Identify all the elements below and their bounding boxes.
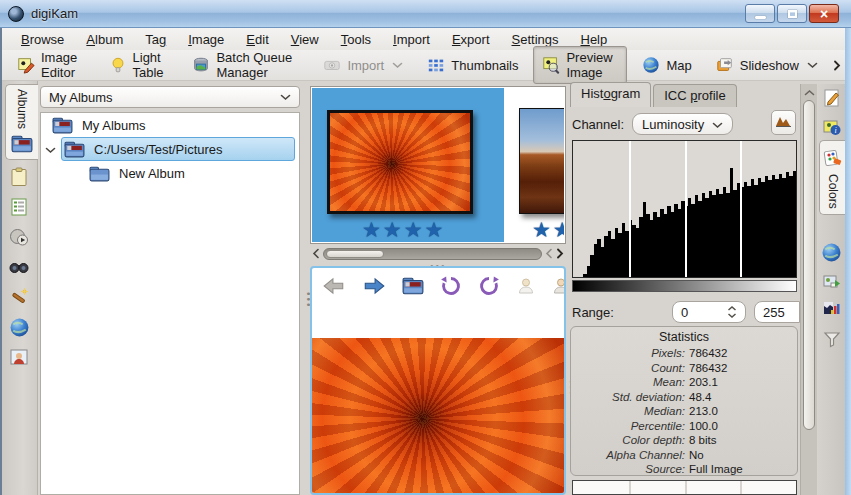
toolbar-button-label: Batch Queue Manager bbox=[216, 50, 299, 80]
minimize-button[interactable] bbox=[745, 4, 775, 23]
back-icon[interactable] bbox=[322, 276, 346, 296]
rating-stars[interactable]: ★★ bbox=[532, 219, 564, 240]
sidebar-tab-labels[interactable] bbox=[7, 195, 31, 219]
albums-tree: My AlbumsC:/Users/Test/PicturesNew Album bbox=[40, 112, 300, 495]
thumbnail-item-flower[interactable]: ★★★★ bbox=[312, 88, 504, 242]
toolbar-light-table-button[interactable]: Light Table bbox=[100, 46, 178, 84]
tree-item-my-albums[interactable]: My Albums bbox=[41, 113, 299, 137]
toolbar-button-label: Slideshow bbox=[740, 58, 799, 73]
thumbnail-strip: ★★★★ ★★ bbox=[310, 86, 566, 244]
albums-header-dropdown[interactable]: My Albums bbox=[40, 86, 300, 108]
folder-icon bbox=[87, 161, 111, 185]
toolbar-preview-image-button[interactable]: Preview Image bbox=[533, 46, 627, 84]
statistics-title: Statistics bbox=[571, 330, 797, 344]
toolbar-batch-queue-manager-button[interactable]: Batch Queue Manager bbox=[183, 46, 308, 84]
sidebar-tab-versions[interactable] bbox=[820, 269, 844, 293]
toolbar-button-label: Light Table bbox=[133, 50, 169, 80]
toolbar-image-editor-button[interactable]: Image Editor bbox=[8, 46, 94, 84]
scroll-left-icon[interactable] bbox=[312, 247, 320, 262]
range-min-spinbox[interactable]: 0 bbox=[672, 301, 746, 323]
scrollbar-thumb[interactable] bbox=[326, 250, 384, 258]
tree-item-new-album[interactable]: New Album bbox=[41, 161, 299, 185]
toolbar-thumbnails-button[interactable]: Thumbnails bbox=[418, 52, 527, 78]
light-table-icon bbox=[109, 56, 127, 74]
statistics-box: Statistics Pixels:786432Count:786432Mean… bbox=[570, 326, 798, 476]
tree-item-c-users-test-pictures[interactable]: C:/Users/Test/Pictures bbox=[41, 137, 299, 161]
face-tag-icon[interactable] bbox=[516, 276, 536, 296]
colors-tab-label: Colors bbox=[826, 174, 840, 209]
spinner-arrows-icon[interactable] bbox=[727, 305, 737, 319]
expander-chevron-icon[interactable] bbox=[45, 142, 56, 157]
tab-icc-profile[interactable]: ICC profile bbox=[653, 84, 736, 107]
toolbar-import-button[interactable]: Import bbox=[314, 52, 412, 78]
toolbar-button-label: Import bbox=[347, 58, 384, 73]
sidebar-tab-filters[interactable] bbox=[820, 327, 844, 351]
menu-export[interactable]: Export bbox=[441, 30, 501, 49]
chevron-down-icon bbox=[392, 62, 403, 69]
thumbnail-item-desert[interactable]: ★★ bbox=[506, 88, 564, 242]
sidebar-tab-captions[interactable] bbox=[820, 86, 844, 110]
stat-label: Median: bbox=[571, 404, 689, 419]
toolbar-overflow-button[interactable] bbox=[833, 60, 845, 71]
scrollbar-track[interactable] bbox=[323, 248, 542, 260]
add-face-tag-icon[interactable] bbox=[552, 276, 566, 296]
menu-import[interactable]: Import bbox=[382, 30, 441, 49]
forward-icon[interactable] bbox=[362, 276, 386, 296]
sidebar-tab-people[interactable] bbox=[7, 345, 31, 369]
rotate-left-icon[interactable] bbox=[440, 275, 462, 297]
tree-item-label: C:/Users/Test/Pictures bbox=[94, 142, 223, 157]
map-globe-icon bbox=[642, 56, 660, 74]
sidebar-tab-tags[interactable] bbox=[7, 165, 31, 189]
sidebar-tab-search[interactable] bbox=[7, 255, 31, 279]
menu-tools[interactable]: Tools bbox=[330, 30, 382, 49]
tab-histogram[interactable]: Histogram bbox=[570, 82, 651, 107]
sidebar-tab-albums[interactable]: Albums bbox=[5, 84, 38, 160]
scroll-right-icon[interactable] bbox=[556, 247, 564, 262]
histogram-scale-button[interactable] bbox=[771, 110, 796, 135]
rating-stars[interactable]: ★★★★ bbox=[362, 219, 445, 240]
rotate-right-icon[interactable] bbox=[478, 275, 500, 297]
channel-dropdown[interactable]: Luminosity bbox=[632, 113, 733, 135]
stat-value: 8 bits bbox=[689, 433, 797, 448]
albums-icon bbox=[10, 133, 34, 155]
sidebar-tab-fuzzy-search[interactable] bbox=[7, 285, 31, 309]
toolbar-button-label: Thumbnails bbox=[451, 58, 518, 73]
scroll-left-icon[interactable] bbox=[545, 247, 553, 262]
preview-image-flower[interactable] bbox=[312, 338, 564, 493]
stat-value: 213.0 bbox=[689, 404, 797, 419]
stat-value: 48.4 bbox=[689, 390, 797, 405]
desert-thumbnail-image[interactable] bbox=[519, 108, 564, 214]
maximize-icon bbox=[788, 10, 797, 18]
sidebar-tab-geolocation[interactable] bbox=[820, 240, 844, 264]
stat-label: Count: bbox=[571, 361, 689, 376]
histogram-chart[interactable] bbox=[572, 140, 797, 278]
scrollbar-thumb[interactable] bbox=[803, 100, 815, 430]
stat-row-source-: Source:Full Image bbox=[571, 462, 797, 477]
album-thumbnails-icon[interactable] bbox=[402, 275, 424, 297]
close-button[interactable]: × bbox=[809, 4, 839, 23]
preview-image-icon bbox=[542, 56, 560, 74]
toolbar-button-label: Image Editor bbox=[41, 50, 85, 80]
range-max-spinbox[interactable]: 255 bbox=[754, 301, 800, 323]
title-bar[interactable]: digiKam × bbox=[0, 0, 851, 28]
sidebar-tab-map[interactable] bbox=[7, 315, 31, 339]
toolbar-slideshow-button[interactable]: Slideshow bbox=[707, 52, 827, 78]
sidebar-tab-metadata[interactable] bbox=[820, 298, 844, 322]
maximize-button[interactable] bbox=[777, 4, 807, 23]
thumbnail-scrollbar[interactable] bbox=[312, 247, 564, 261]
sidebar-tab-colors[interactable]: Colors bbox=[819, 140, 845, 215]
toolbar-map-button[interactable]: Map bbox=[633, 52, 700, 78]
album-folder-icon bbox=[50, 113, 74, 137]
scroll-up-icon[interactable] bbox=[802, 85, 816, 99]
panel-scrollbar[interactable] bbox=[800, 84, 817, 495]
stat-row-median-: Median:213.0 bbox=[571, 404, 797, 419]
sidebar-tab-properties[interactable]: i bbox=[820, 115, 844, 139]
histogram-gridline bbox=[629, 141, 631, 277]
window-border bbox=[845, 28, 851, 495]
digikam-window: digiKam × BrowseAlbumTagImageEditViewToo… bbox=[0, 0, 851, 495]
slideshow-icon bbox=[716, 56, 734, 74]
channel-value: Luminosity bbox=[642, 117, 704, 132]
sidebar-tab-dates[interactable] bbox=[7, 225, 31, 249]
range-max-value: 255 bbox=[763, 305, 785, 320]
flower-thumbnail-image[interactable] bbox=[327, 110, 473, 214]
